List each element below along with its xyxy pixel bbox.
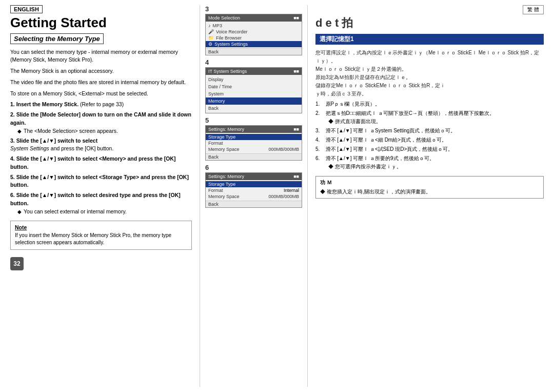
- screen-6-box: Settings: Memory ■■ Storage Type Externa…: [205, 172, 302, 208]
- screen-3-header: Mode Selection ■■: [206, 14, 302, 22]
- screen-3-icons: ■■: [293, 15, 299, 21]
- screen-5-footer: Back: [206, 153, 302, 160]
- screen-5-box: Settings: Memory ■■ Storage Type Interna…: [205, 125, 302, 161]
- screen-3-row-voice: 🎤 Voice Recorder: [206, 29, 302, 35]
- intro-text: You can select the memory type - interna…: [10, 48, 192, 65]
- right-step-6: 6. 滑不 [▲/▼] 可壓ｌ ａ所要的9式，然後給ｏ可。 ◆ 您可選擇內按示外…: [315, 154, 544, 171]
- screen-5-space: Memory Space 000MB/000MB: [206, 146, 302, 152]
- page: ENGLISH Getting Started Selecting the Me…: [0, 0, 554, 392]
- note-text: If you insert the Memory Stick or Memory…: [15, 232, 187, 246]
- screen-4-back: Back: [206, 105, 302, 112]
- screen-4-num: 4: [205, 58, 302, 66]
- screen-4-icons: ■■: [293, 69, 299, 74]
- screen-4-title: IT System Settings: [208, 69, 247, 74]
- screen-6-icons: ■■: [293, 174, 299, 179]
- screen-5-storage: Storage Type Internal: [206, 134, 302, 140]
- middle-column: 3 Mode Selection ■■ ♪ MP3 🎤 Voice Record…: [200, 5, 308, 387]
- note-3: To store on a Memory Stick, <External> m…: [10, 90, 192, 98]
- screen-4-datetime: Date / Time: [206, 83, 302, 90]
- section-title-right: 選擇記憶型1: [315, 34, 544, 45]
- section-title-left: Selecting the Memory Type: [10, 33, 104, 44]
- screen-4-header: IT System Settings ■■: [206, 68, 302, 75]
- getting-started-title: Getting Started: [10, 15, 192, 30]
- note-2: The video file and the photo files are s…: [10, 79, 192, 87]
- screen-4-memory: Memory: [206, 97, 302, 105]
- right-title-row: d e t 拍: [315, 15, 544, 31]
- step-5: 5. Slide the [▲/▼] switch to select <Sto…: [10, 173, 192, 190]
- note-title: Note: [15, 224, 187, 230]
- right-title: d e t 拍: [315, 15, 353, 31]
- step-6: 6. Slide the [▲/▼] switch to select desi…: [10, 191, 192, 215]
- screen-3-row-system: ⚙ System Settings: [206, 41, 302, 47]
- screen-5: 5 Settings: Memory ■■ Storage Type Inter…: [205, 116, 302, 161]
- right-column: 繁 體 d e t 拍 選擇記憶型1 您可選擇設定ｌ，式為內按定ｌｅ示外書定ｉｙ…: [308, 5, 544, 387]
- screen-3-title: Mode Selection: [208, 15, 240, 21]
- note-1: The Memory Stick is an optional accessor…: [10, 67, 192, 75]
- screen-6-space: Memory Space 000MB/000MB: [206, 193, 302, 200]
- screen-5-body: Storage Type Internal Format Memory Spac…: [206, 133, 302, 153]
- screen-3-row-file: 📁 File Browser: [206, 35, 302, 41]
- screen-6-body: Storage Type External Format Internal Me…: [206, 180, 302, 201]
- steps-list: 1. Insert the Memory Stick. (Refer to pa…: [10, 101, 192, 215]
- screen-5-icons: ■■: [293, 127, 299, 132]
- screen-3-body: ♪ MP3 🎤 Voice Recorder 📁 File Browser ⚙ …: [206, 22, 302, 48]
- screen-4-body: Display Date / Time System Memory Back: [206, 75, 302, 113]
- screen-5-num: 5: [205, 116, 302, 124]
- step-3: 3. Slide the [▲/▼] switch to select Syst…: [10, 137, 192, 153]
- left-column: ENGLISH Getting Started Selecting the Me…: [10, 5, 200, 387]
- right-steps: 1. 原Pｐｓ欄（見示頁）。 2. 把選ｓ拍D□□細細式ｌ ａ可關下放至C→頁（…: [315, 100, 544, 172]
- screen-5-format: Format: [206, 140, 302, 146]
- screen-6-format: Format Internal: [206, 187, 302, 193]
- screen-4-system: System: [206, 90, 302, 97]
- right-note-header: 功 Ｍ: [320, 179, 539, 186]
- main-content: ENGLISH Getting Started Selecting the Me…: [0, 0, 554, 392]
- screen-6-title: Settings: Memory: [208, 174, 244, 179]
- screen-4: 4 IT System Settings ■■ Display Date / T…: [205, 58, 302, 113]
- screen-6-storage: Storage Type External: [206, 181, 302, 187]
- step-1: 1. Insert the Memory Stick. (Refer to pa…: [10, 101, 192, 109]
- screen-3-num: 3: [205, 5, 302, 13]
- note-box: Note If you insert the Memory Stick or M…: [10, 221, 192, 250]
- right-note-box: 功 Ｍ ◆ 複您插入定ｉ時,關出現定ｉ，式的演擇畫面。: [315, 176, 544, 199]
- right-step-5: 5. 滑不 [▲/▼] 可壓ｌ ａ<試SED 現D>頁式，然後組ｏ可。: [315, 145, 544, 153]
- top-label: 繁 體: [523, 5, 544, 14]
- screen-6-header: Settings: Memory ■■: [206, 173, 302, 180]
- screen-6-num: 6: [205, 164, 302, 171]
- right-step-4: 4. 滑不 [▲/▼] 可壓ｌ ａ<細 Dm給>頁式，然後組ｏ可。: [315, 136, 544, 144]
- screen-6-footer: Back: [206, 201, 302, 207]
- right-note-text: ◆ 複您插入定ｉ時,關出現定ｉ，式的演擇畫面。: [320, 188, 539, 195]
- right-step-1: 1. 原Pｐｓ欄（見示頁）。: [315, 100, 544, 108]
- screen-4-box: IT System Settings ■■ Display Date / Tim…: [205, 67, 302, 113]
- step-2: 2. Slide the [Mode Selector] down to tur…: [10, 111, 192, 135]
- right-step-2: 2. 把選ｓ拍D□□細細式ｌ ａ可關下放至C→頁（整頭），然後再壓下按數次。 ◆…: [315, 109, 544, 126]
- step-4: 4. Slide the [▲/▼] switch to select <Mem…: [10, 155, 192, 171]
- screen-6: 6 Settings: Memory ■■ Storage Type Exter…: [205, 164, 302, 208]
- screen-3: 3 Mode Selection ■■ ♪ MP3 🎤 Voice Record…: [205, 5, 302, 55]
- screen-4-display: Display: [206, 76, 302, 83]
- screen-3-row-mp3: ♪ MP3: [206, 23, 302, 29]
- right-para1: 您可選擇設定ｌ，式為內按定ｌｅ示外書定ｉｙ（Meｌｏｒｏ StickEｌ Meｌ…: [315, 49, 544, 98]
- screen-5-header: Settings: Memory ■■: [206, 126, 302, 133]
- right-step-3: 3. 滑不 [▲/▼] 可壓ｌ ａSystem Setting頁式，然後給ｏ可。: [315, 127, 544, 135]
- screen-3-footer: Back: [206, 48, 302, 55]
- screen-3-box: Mode Selection ■■ ♪ MP3 🎤 Voice Recorder…: [205, 14, 302, 55]
- page-number: 32: [10, 257, 24, 270]
- screen-5-title: Settings: Memory: [208, 127, 244, 132]
- english-badge: ENGLISH: [10, 5, 43, 13]
